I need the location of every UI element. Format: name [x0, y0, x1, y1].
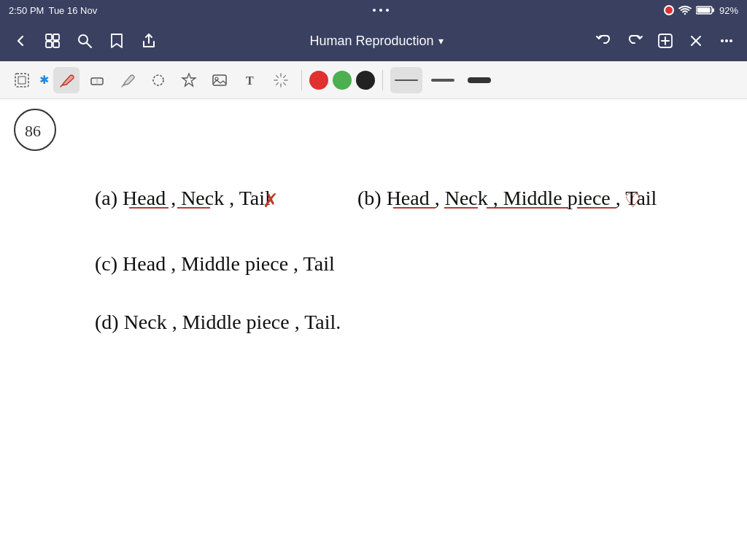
medium-line-indicator — [431, 79, 454, 82]
thickness-medium-button[interactable] — [427, 67, 459, 93]
color-green-swatch[interactable] — [333, 71, 352, 90]
status-center — [373, 9, 389, 12]
option-b-text: (b) Head , Neck , Middle piece , Tail — [357, 187, 657, 209]
option-c-text: (c) Head , Middle piece , Tail — [95, 252, 335, 275]
nav-right — [591, 28, 740, 54]
redo-button[interactable] — [622, 28, 648, 54]
eraser-tool-button[interactable] — [84, 67, 110, 93]
cross-mark-a: ✗ — [263, 190, 279, 211]
dropdown-chevron: ▾ — [438, 35, 444, 47]
bookmark-button[interactable] — [104, 28, 130, 54]
svg-line-8 — [87, 43, 92, 48]
wifi-icon — [678, 5, 692, 15]
drawing-canvas: 86 (a) Head , Neck , Tail ✗ (b) Head , N… — [0, 99, 747, 560]
svg-point-14 — [721, 39, 724, 42]
undo-button[interactable] — [591, 28, 617, 54]
svg-rect-17 — [15, 74, 28, 87]
time: 2:50 PM — [9, 5, 44, 16]
svg-rect-25 — [213, 75, 226, 85]
svg-rect-4 — [53, 34, 59, 40]
svg-line-18 — [61, 85, 62, 87]
image-tool-button[interactable] — [206, 67, 233, 93]
toolbar-separator — [301, 70, 302, 90]
page-number: 86 — [25, 122, 41, 140]
svg-line-33 — [284, 82, 286, 85]
share-button[interactable] — [136, 28, 162, 54]
svg-line-32 — [276, 75, 279, 77]
top-nav: Human Reproduction ▾ — [0, 20, 747, 61]
svg-point-23 — [153, 75, 163, 85]
dot3 — [386, 9, 389, 12]
select-tool-button[interactable] — [9, 67, 35, 93]
option-a-text: (a) Head , Neck , Tail — [95, 187, 271, 209]
svg-line-34 — [284, 75, 286, 77]
color-red-swatch[interactable] — [309, 71, 328, 90]
more-button[interactable] — [713, 28, 740, 54]
svg-rect-1 — [712, 9, 714, 12]
dot1 — [373, 9, 376, 12]
add-button[interactable] — [652, 28, 678, 54]
status-left: 2:50 PM Tue 16 Nov — [9, 5, 97, 16]
document-title[interactable]: Human Reproduction ▾ — [168, 34, 585, 49]
battery-icon — [696, 5, 715, 15]
svg-rect-6 — [53, 42, 59, 47]
lasso-tool-button[interactable] — [145, 67, 171, 93]
draw-toolbar: ✱ — [0, 61, 747, 99]
shape-tool-button[interactable] — [176, 67, 202, 93]
svg-text:T: T — [246, 74, 254, 87]
date: Tue 16 Nov — [48, 5, 97, 16]
status-bar: 2:50 PM Tue 16 Nov 92% — [0, 0, 747, 20]
thin-line-indicator — [395, 79, 418, 81]
svg-line-21 — [122, 85, 123, 87]
toolbar-separator2 — [382, 70, 383, 90]
battery-level: 92% — [719, 5, 738, 16]
search-button[interactable] — [71, 28, 98, 54]
svg-point-16 — [729, 39, 732, 42]
back-button[interactable] — [7, 28, 34, 54]
rec-icon — [664, 5, 674, 15]
canvas-area[interactable]: 86 (a) Head , Neck , Tail ✗ (b) Head , N… — [0, 99, 747, 560]
link-tool-button[interactable] — [268, 67, 294, 93]
close-button[interactable] — [683, 28, 709, 54]
svg-rect-2 — [697, 8, 710, 13]
svg-line-35 — [276, 82, 279, 85]
text-tool-button[interactable]: T — [237, 67, 263, 93]
pen-tool-button[interactable] — [53, 67, 80, 93]
dot2 — [379, 9, 382, 12]
heart-mark-b: ♡ — [624, 190, 641, 211]
grid-button[interactable] — [39, 28, 66, 54]
svg-marker-24 — [182, 74, 196, 86]
option-d-text: (d) Neck , Middle piece , Tail. — [95, 311, 341, 333]
thickness-thick-button[interactable] — [463, 67, 495, 93]
status-right: 92% — [664, 5, 738, 16]
color-black-swatch[interactable] — [356, 71, 375, 90]
thickness-thin-button[interactable] — [390, 67, 422, 93]
svg-rect-5 — [46, 42, 52, 47]
thick-line-indicator — [468, 77, 491, 83]
svg-point-15 — [725, 39, 728, 42]
svg-rect-3 — [46, 34, 52, 40]
bluetooth-icon: ✱ — [39, 73, 49, 87]
pencil-tool-button[interactable] — [115, 67, 141, 93]
